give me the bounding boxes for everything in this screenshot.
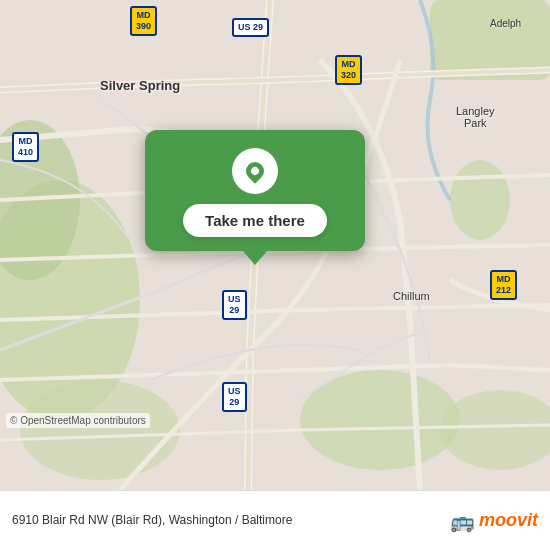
take-me-there-button[interactable]: Take me there: [183, 204, 327, 237]
bottom-bar: 6910 Blair Rd NW (Blair Rd), Washington …: [0, 490, 550, 550]
svg-point-6: [20, 380, 180, 480]
badge-us29-top: US 29: [232, 18, 269, 37]
address-text: 6910 Blair Rd NW (Blair Rd), Washington …: [12, 512, 450, 529]
badge-md212: MD212: [490, 270, 517, 300]
badge-md410: MD410: [12, 132, 39, 162]
label-chillum: Chillum: [393, 290, 430, 302]
location-pin-icon: [232, 148, 278, 194]
moovit-logo: 🚌 moovit: [450, 509, 538, 533]
label-silver-spring: Silver Spring: [100, 78, 180, 93]
svg-point-4: [450, 160, 510, 240]
osm-attribution: © OpenStreetMap contributors: [6, 413, 150, 428]
map-container: Take me there US 29 MD390 MD410 MD320 MD…: [0, 0, 550, 490]
moovit-brand-name: moovit: [479, 510, 538, 531]
label-adelphi: Adelph: [490, 18, 521, 29]
pin-marker: [242, 158, 267, 183]
badge-us29-mid: US29: [222, 290, 247, 320]
badge-md390: MD390: [130, 6, 157, 36]
badge-md320: MD320: [335, 55, 362, 85]
label-langley-park: LangleyPark: [456, 105, 495, 129]
map-popup: Take me there: [145, 130, 365, 251]
badge-us29-bot: US29: [222, 382, 247, 412]
moovit-bus-icon: 🚌: [450, 509, 475, 533]
